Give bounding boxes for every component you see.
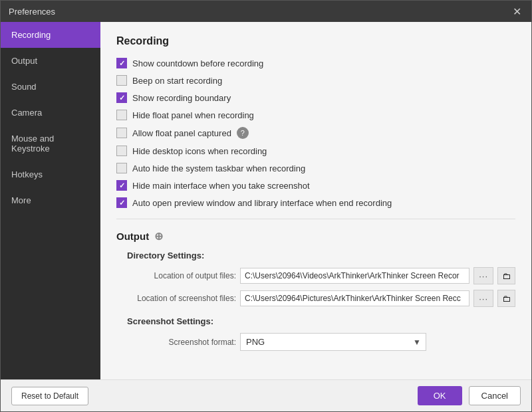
move-icon: ⊕ bbox=[154, 230, 163, 243]
checkbox-label-auto-hide-taskbar: Auto hide the system taskbar when record… bbox=[132, 163, 305, 173]
sidebar-item-more[interactable]: More bbox=[1, 187, 100, 213]
output-section-title: Output ⊕ bbox=[116, 230, 515, 243]
output-files-label: Location of output files: bbox=[116, 271, 236, 280]
output-files-path: C:\Users\20964\Videos\ArkThinker\ArkThin… bbox=[240, 268, 469, 284]
format-select-wrapper: PNG JPG BMP GIF ▼ bbox=[240, 333, 426, 351]
screenshot-files-path: C:\Users\20964\Pictures\ArkThinker\ArkTh… bbox=[240, 290, 469, 306]
preferences-window: Preferences ✕ Recording Output Sound Cam… bbox=[0, 0, 532, 412]
sidebar: Recording Output Sound Camera Mouse and … bbox=[1, 22, 100, 379]
folder-icon: 🗀 bbox=[502, 271, 511, 281]
reset-to-default-button[interactable]: Reset to Default bbox=[11, 387, 88, 405]
output-files-folder-button[interactable]: 🗀 bbox=[497, 267, 515, 284]
checkbox-label-hide-float-panel: Hide float panel when recording bbox=[132, 110, 254, 120]
checkbox-hide-main-interface[interactable] bbox=[116, 180, 127, 191]
sidebar-item-recording[interactable]: Recording bbox=[1, 22, 100, 48]
checkbox-label-beep-on-start: Beep on start recording bbox=[132, 76, 222, 86]
checkbox-row-show-boundary: Show recording boundary bbox=[116, 92, 515, 103]
help-icon-allow-float[interactable]: ? bbox=[237, 127, 249, 139]
close-button[interactable]: ✕ bbox=[510, 5, 523, 18]
screenshot-settings-label: Screenshot Settings: bbox=[127, 316, 515, 326]
content-panel: Recording Show countdown before recordin… bbox=[100, 22, 531, 379]
checkboxes-container: Show countdown before recording Beep on … bbox=[116, 58, 515, 208]
checkbox-row-hide-main-interface: Hide main interface when you take screen… bbox=[116, 180, 515, 191]
main-content: Recording Output Sound Camera Mouse and … bbox=[1, 22, 531, 379]
window-title: Preferences bbox=[9, 7, 55, 17]
sidebar-item-output[interactable]: Output bbox=[1, 48, 100, 74]
checkbox-show-countdown[interactable] bbox=[116, 58, 127, 68]
checkbox-row-allow-float-captured: Allow float panel captured ? bbox=[116, 127, 515, 139]
dir-settings-label: Directory Settings: bbox=[127, 251, 515, 260]
screenshot-files-folder-button[interactable]: 🗀 bbox=[497, 290, 515, 307]
section-divider bbox=[116, 219, 515, 219]
checkbox-label-hide-main-interface: Hide main interface when you take screen… bbox=[132, 181, 310, 191]
format-select[interactable]: PNG JPG BMP GIF bbox=[240, 333, 426, 351]
folder-icon-2: 🗀 bbox=[502, 294, 511, 304]
checkbox-label-show-countdown: Show countdown before recording bbox=[132, 58, 263, 68]
title-bar: Preferences ✕ bbox=[1, 1, 531, 22]
checkbox-row-hide-desktop-icons: Hide desktop icons when recording bbox=[116, 146, 515, 156]
checkbox-label-hide-desktop-icons: Hide desktop icons when recording bbox=[132, 146, 267, 156]
sidebar-item-hotkeys[interactable]: Hotkeys bbox=[1, 161, 100, 187]
footer: Reset to Default OK Cancel bbox=[1, 379, 531, 411]
checkbox-row-beep-on-start: Beep on start recording bbox=[116, 75, 515, 86]
output-section: Output ⊕ Directory Settings: Location of… bbox=[116, 230, 515, 351]
checkbox-allow-float-captured[interactable] bbox=[116, 128, 127, 138]
checkbox-row-auto-hide-taskbar: Auto hide the system taskbar when record… bbox=[116, 163, 515, 173]
screenshot-files-row: Location of screenshot files: C:\Users\2… bbox=[116, 290, 515, 307]
screenshot-files-dots-button[interactable]: ··· bbox=[473, 290, 493, 307]
screenshot-files-label: Location of screenshot files: bbox=[116, 294, 236, 303]
format-label: Screenshot format: bbox=[116, 338, 236, 347]
recording-section-title: Recording bbox=[116, 35, 515, 47]
checkbox-auto-open-preview[interactable] bbox=[116, 197, 127, 208]
output-files-dots-button[interactable]: ··· bbox=[473, 267, 493, 284]
checkbox-row-hide-float-panel: Hide float panel when recording bbox=[116, 110, 515, 120]
checkbox-show-boundary[interactable] bbox=[116, 92, 127, 103]
format-row: Screenshot format: PNG JPG BMP GIF ▼ bbox=[116, 333, 515, 351]
cancel-button[interactable]: Cancel bbox=[469, 386, 521, 405]
sidebar-item-mouse-keystroke[interactable]: Mouse and Keystroke bbox=[1, 126, 100, 161]
checkbox-auto-hide-taskbar[interactable] bbox=[116, 163, 127, 173]
checkbox-row-show-countdown: Show countdown before recording bbox=[116, 58, 515, 68]
checkbox-label-show-boundary: Show recording boundary bbox=[132, 93, 231, 103]
checkbox-label-allow-float-captured: Allow float panel captured bbox=[132, 128, 231, 138]
sidebar-item-camera[interactable]: Camera bbox=[1, 100, 100, 126]
ok-button[interactable]: OK bbox=[418, 386, 462, 405]
output-files-row: Location of output files: C:\Users\20964… bbox=[116, 267, 515, 284]
checkbox-label-auto-open-preview: Auto open preview window and library int… bbox=[132, 198, 392, 208]
checkbox-row-auto-open-preview: Auto open preview window and library int… bbox=[116, 197, 515, 208]
checkbox-hide-float-panel[interactable] bbox=[116, 110, 127, 120]
sidebar-item-sound[interactable]: Sound bbox=[1, 74, 100, 100]
checkbox-hide-desktop-icons[interactable] bbox=[116, 146, 127, 156]
footer-buttons: OK Cancel bbox=[418, 386, 521, 405]
checkbox-beep-on-start[interactable] bbox=[116, 75, 127, 86]
